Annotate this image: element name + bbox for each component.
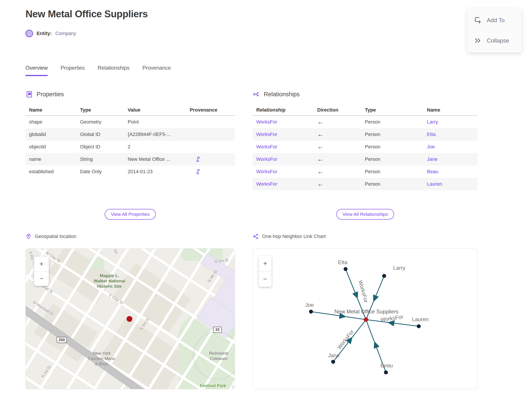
direction-arrow: ← xyxy=(314,118,361,126)
direction-arrow: ← xyxy=(314,168,361,175)
one-hop-icon xyxy=(253,233,259,240)
entity-link[interactable]: Lauren xyxy=(423,181,478,187)
tab-bar: Overview Properties Relationships Proven… xyxy=(26,65,171,76)
direction-arrow: ← xyxy=(314,143,361,150)
properties-section: Properties Name Type Value Provenance sh… xyxy=(26,90,235,178)
table-row: name String New Metal Office ... xyxy=(26,153,235,165)
geospatial-map[interactable]: k Rd W Clay St arshall St W Marshall St … xyxy=(26,248,235,389)
col-relationship: Relationship xyxy=(253,107,314,113)
entity-link[interactable]: Larry xyxy=(423,119,478,125)
entity-type-value: Company xyxy=(55,31,76,36)
chart-zoom-in-button[interactable]: + xyxy=(259,256,272,271)
entity-row: Entity: Company xyxy=(26,30,76,37)
node-center-entity[interactable] xyxy=(364,317,368,322)
add-to-label: Add To xyxy=(487,17,505,24)
poi-label-festival-park: Festival Park xyxy=(195,383,231,388)
chevrons-right-icon xyxy=(474,37,481,44)
node-lauren[interactable] xyxy=(417,324,421,328)
col-value: Value xyxy=(124,107,186,113)
provenance-flag-icon[interactable] xyxy=(186,156,235,162)
col-type: Type xyxy=(361,107,423,113)
entity-link[interactable]: Beau xyxy=(423,169,478,175)
table-row: WorksFor ← Person Larry xyxy=(253,116,478,128)
chart-zoom-out-button[interactable]: − xyxy=(259,271,272,287)
node-jane[interactable] xyxy=(331,360,335,364)
node-joe[interactable] xyxy=(309,310,313,314)
highway-shield-250: 250 xyxy=(56,337,67,343)
node-label-joe: Joe xyxy=(305,302,314,308)
map-location-marker xyxy=(126,316,132,322)
entity-link[interactable]: Joe xyxy=(423,144,478,150)
edge-label-worksfor: WorksFor xyxy=(380,314,404,323)
poi-label-maggie-walker: Maggie L. Walker National Historic Site xyxy=(89,273,130,289)
relationship-link[interactable]: WorksFor xyxy=(253,144,314,150)
relationship-link[interactable]: WorksFor xyxy=(253,181,314,187)
node-label-beau: Beau xyxy=(380,362,393,368)
one-hop-link-chart[interactable]: WorksFor WorksFor WorksFor Etta Larry Jo… xyxy=(253,248,478,389)
map-attribution-caret[interactable]: ‹ xyxy=(232,384,233,388)
node-label-larry: Larry xyxy=(393,265,406,271)
map-zoom-in-button[interactable]: + xyxy=(34,256,49,271)
col-direction: Direction xyxy=(314,107,361,113)
properties-icon xyxy=(26,90,33,98)
relationships-section-title: Relationships xyxy=(264,91,300,98)
direction-arrow: ← xyxy=(314,181,361,188)
table-row: objectid Object ID 2 xyxy=(26,141,235,153)
edge-label-worksfor: WorksFor xyxy=(336,329,355,351)
col-name: Name xyxy=(26,107,76,113)
node-beau[interactable] xyxy=(384,370,388,374)
properties-section-title: Properties xyxy=(37,91,64,98)
poi-label-ny-fashion: New York Fashion Mens & Boys xyxy=(81,351,122,366)
link-chart-canvas[interactable]: WorksFor WorksFor WorksFor Etta Larry Jo… xyxy=(253,249,478,389)
table-row: WorksFor ← Person Beau xyxy=(253,165,478,178)
collapse-label: Collapse xyxy=(487,37,509,44)
table-row: WorksFor ← Person Lauren xyxy=(253,178,478,190)
add-to-button[interactable]: Add To xyxy=(474,16,515,24)
provenance-flag-icon[interactable] xyxy=(186,168,235,175)
entity-label: Entity: xyxy=(37,31,52,36)
relationship-link[interactable]: WorksFor xyxy=(253,119,314,125)
collapse-button[interactable]: Collapse xyxy=(474,37,515,44)
col-provenance: Provenance xyxy=(186,107,235,113)
properties-section-header: Properties xyxy=(26,90,235,98)
geospatial-section-title: Geospatial location xyxy=(35,234,76,239)
properties-table: Name Type Value Provenance shape Geometr… xyxy=(26,105,235,178)
direction-arrow: ← xyxy=(314,156,361,163)
view-all-properties-button[interactable]: View All Properties xyxy=(105,209,156,220)
tab-overview[interactable]: Overview xyxy=(26,65,48,76)
table-row: WorksFor ← Person Joe xyxy=(253,141,478,153)
node-label-lauren: Lauren xyxy=(412,316,429,322)
relationships-section-header: Relationships xyxy=(253,90,478,98)
node-etta[interactable] xyxy=(344,267,348,271)
tab-provenance[interactable]: Provenance xyxy=(143,65,171,76)
map-pin-icon xyxy=(26,233,32,240)
link-chart-section-header: One-hop Neighbor Link Chart xyxy=(253,233,326,240)
table-row: WorksFor ← Person Etta xyxy=(253,128,478,141)
relationships-icon xyxy=(253,90,260,98)
relationship-link[interactable]: WorksFor xyxy=(253,156,314,162)
properties-table-header: Name Type Value Provenance xyxy=(26,105,235,116)
relationship-link[interactable]: WorksFor xyxy=(253,132,314,137)
direction-arrow: ← xyxy=(314,131,361,138)
tab-relationships[interactable]: Relationships xyxy=(98,65,129,76)
node-larry[interactable] xyxy=(382,274,386,278)
view-all-relationships-button[interactable]: View All Relationships xyxy=(336,209,394,220)
center-entity-label: New Metal Office Suppliers xyxy=(334,309,398,315)
relationships-section: Relationships Relationship Direction Typ… xyxy=(253,90,478,190)
actions-card: Add To Collapse xyxy=(467,8,521,52)
page-title: New Metal Office Suppliers xyxy=(26,8,148,20)
col-type: Type xyxy=(76,107,124,113)
map-zoom-out-button[interactable]: − xyxy=(34,271,49,286)
tab-properties[interactable]: Properties xyxy=(60,65,85,76)
entity-link[interactable]: Jane xyxy=(423,156,478,162)
entity-link[interactable]: Etta xyxy=(423,132,478,137)
table-row: established Date Only 2014-01-23 xyxy=(26,165,235,178)
link-chart-section-title: One-hop Neighbor Link Chart xyxy=(262,234,326,239)
relationship-link[interactable]: WorksFor xyxy=(253,169,314,175)
poi-label-richmond-coliseum: Richmond Coliseum xyxy=(202,351,235,361)
col-name: Name xyxy=(423,107,478,113)
highway-shield-33: 33 xyxy=(213,327,222,333)
node-label-jane: Jane xyxy=(328,352,339,358)
edge-label-worksfor: WorksFor xyxy=(358,279,369,303)
node-label-etta: Etta xyxy=(338,259,348,265)
